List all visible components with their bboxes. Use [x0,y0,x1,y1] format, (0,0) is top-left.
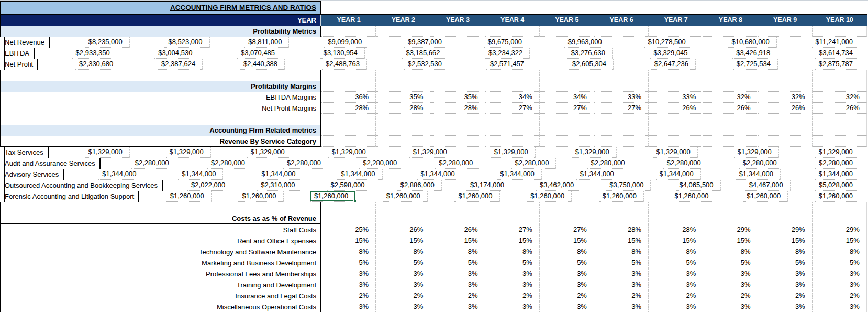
blank-cell[interactable] [540,125,594,136]
blank-cell[interactable] [376,70,430,81]
money-cell[interactable]: $1,344,000 [815,169,860,180]
percent-cell[interactable]: 33% [594,92,649,103]
column-header[interactable]: YEAR 7 [649,15,703,26]
money-cell[interactable]: $2,571,457 [486,59,531,70]
blank-cell[interactable] [758,202,813,213]
money-cell[interactable]: $1,344,000 [98,169,143,180]
blank-cell[interactable] [485,81,540,92]
percent-cell[interactable]: 29% [703,224,758,235]
blank-cell[interactable] [758,136,813,147]
blank-cell[interactable] [540,213,594,224]
money-cell[interactable]: $3,426,918 [732,48,777,59]
blank-cell[interactable] [376,81,430,92]
percent-cell[interactable]: 28% [649,224,703,235]
blank-cell[interactable] [758,213,813,224]
percent-cell[interactable]: 5% [649,257,703,268]
money-cell[interactable]: $2,022,000 [187,180,232,191]
blank-cell[interactable] [649,202,703,213]
percent-cell[interactable]: 3% [594,301,649,312]
money-cell[interactable]: $1,260,000 [454,191,499,202]
percent-cell[interactable]: 29% [758,224,813,235]
blank-cell[interactable] [485,70,540,81]
blank-cell[interactable] [485,125,540,136]
blank-cell[interactable] [430,213,485,224]
blank-cell[interactable] [376,202,430,213]
row-label[interactable]: EBITDA Margins [0,92,321,103]
row-label[interactable]: Tax Services [4,147,49,158]
money-cell[interactable]: $1,329,000 [815,147,860,158]
percent-cell[interactable]: 5% [813,257,867,268]
money-cell[interactable]: $8,811,000 [244,37,289,48]
money-cell[interactable]: $1,260,000 [671,191,716,202]
blank-cell[interactable] [321,202,376,213]
money-cell[interactable]: $3,234,322 [485,48,530,59]
percent-cell[interactable]: 26% [758,103,813,114]
blank-cell[interactable] [376,136,430,147]
fill-handle[interactable] [353,200,357,203]
money-cell[interactable]: $11,241,000 [812,37,860,48]
blank-cell[interactable] [594,213,649,224]
percent-cell[interactable]: 28% [321,103,376,114]
percent-cell[interactable]: 26% [376,224,430,235]
row-label[interactable]: Outsourced Accounting and Bookkeeping Se… [4,180,163,191]
money-cell[interactable]: $1,329,000 [409,147,454,158]
money-cell[interactable]: $1,344,000 [497,169,542,180]
percent-cell[interactable]: 3% [758,279,813,290]
money-cell[interactable]: $1,329,000 [85,147,130,158]
money-cell[interactable]: $10,278,500 [644,37,693,48]
percent-cell[interactable]: 34% [485,92,540,103]
blank-cell[interactable] [703,81,758,92]
selected-cell[interactable]: $1,260,000 [310,191,355,202]
blank-cell[interactable] [485,213,540,224]
section-label[interactable]: Profitability Margins [0,81,321,92]
percent-cell[interactable]: 3% [430,279,485,290]
blank-cell[interactable] [540,136,594,147]
money-cell[interactable]: $2,875,787 [815,59,860,70]
money-cell[interactable]: $1,329,000 [491,147,536,158]
money-cell[interactable]: $2,598,000 [327,180,372,191]
money-cell[interactable]: $3,130,954 [320,48,365,59]
section-label[interactable]: Profitability Metrics [0,26,321,37]
percent-cell[interactable]: 8% [485,246,540,257]
percent-cell[interactable]: 5% [594,257,649,268]
money-cell[interactable]: $2,280,000 [359,158,404,169]
row-label[interactable]: Miscellaneous Operational Costs [0,301,321,312]
blank-cell[interactable] [703,70,758,81]
percent-cell[interactable]: 25% [321,224,376,235]
blank-cell[interactable] [540,81,594,92]
blank-cell[interactable] [703,136,758,147]
percent-cell[interactable]: 26% [703,103,758,114]
percent-cell[interactable]: 5% [485,257,540,268]
percent-cell[interactable]: 3% [813,301,867,312]
percent-cell[interactable]: 15% [430,235,485,246]
row-label[interactable] [0,202,321,213]
blank-cell[interactable] [430,125,485,136]
money-cell[interactable]: $2,647,236 [651,59,696,70]
percent-cell[interactable]: 3% [321,301,376,312]
money-cell[interactable]: $1,344,000 [656,169,701,180]
percent-cell[interactable]: 2% [540,290,594,301]
money-cell[interactable]: $5,028,000 [815,180,860,191]
percent-cell[interactable]: 27% [485,224,540,235]
row-label[interactable] [0,70,321,81]
percent-cell[interactable]: 36% [321,92,376,103]
blank-cell[interactable] [703,26,758,37]
money-cell[interactable]: $2,330,680 [75,59,120,70]
money-cell[interactable]: $1,329,000 [328,147,373,158]
percent-cell[interactable]: 8% [649,246,703,257]
percent-cell[interactable]: 3% [321,279,376,290]
blank-cell[interactable] [813,213,867,224]
percent-cell[interactable]: 3% [485,268,540,279]
row-label[interactable]: Net Profit Margins [0,103,321,114]
money-cell[interactable]: $2,280,000 [207,158,252,169]
percent-cell[interactable]: 15% [376,235,430,246]
column-header[interactable]: YEAR 2 [376,15,430,26]
percent-cell[interactable]: 3% [540,268,594,279]
percent-cell[interactable]: 15% [703,235,758,246]
percent-cell[interactable]: 3% [813,268,867,279]
blank-cell[interactable] [376,26,430,37]
row-label[interactable]: Staff Costs [0,224,321,235]
row-label[interactable]: Net Profit [4,59,38,70]
column-header[interactable]: YEAR 1 [321,15,376,26]
blank-cell[interactable] [321,81,376,92]
